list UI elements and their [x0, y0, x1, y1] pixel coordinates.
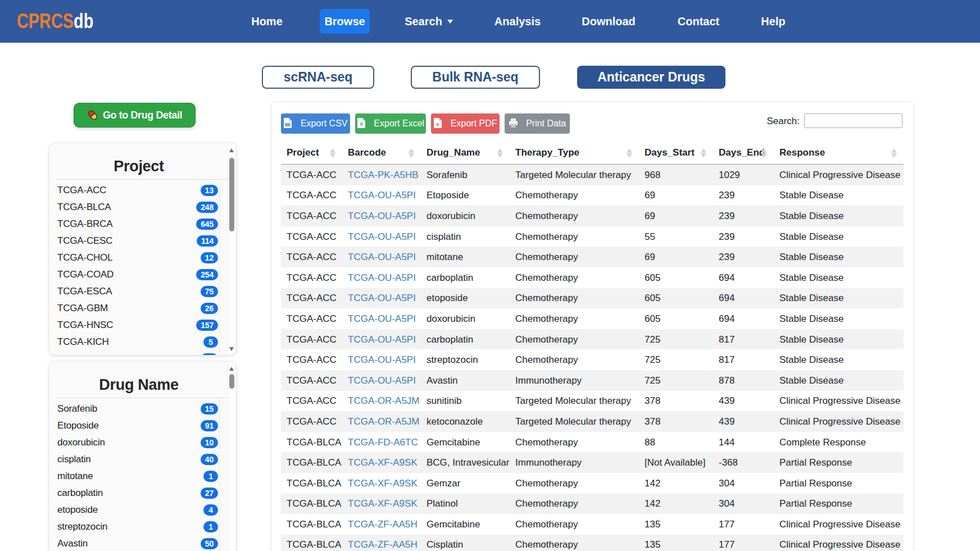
- svg-text:CSV: CSV: [285, 123, 291, 126]
- svg-text:X: X: [360, 121, 363, 127]
- svg-text:A: A: [437, 122, 440, 127]
